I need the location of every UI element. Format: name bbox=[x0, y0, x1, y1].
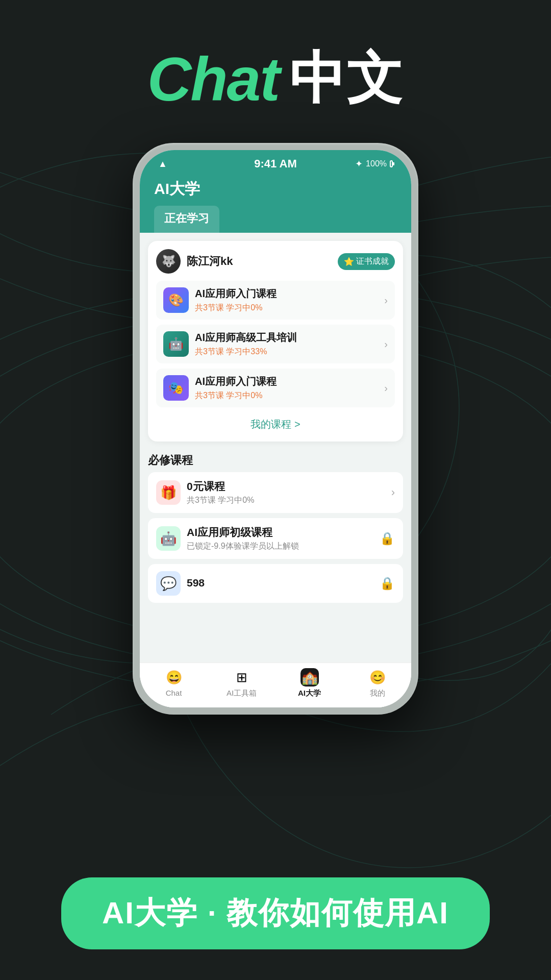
wifi-icon: ▲ bbox=[158, 159, 167, 169]
phone-screen: ▲ 9:41 AM ✦ 100% AI大学 正在学习 bbox=[140, 150, 411, 707]
req-course-3[interactable]: 💬 598 🔒 bbox=[148, 564, 403, 603]
req-info-3: 598 bbox=[187, 577, 373, 591]
chevron-right-icon-req-1: › bbox=[391, 486, 395, 499]
learning-card: 🐺 陈江河kk ⭐ 证书成就 🎨 AI应用师入门课程 共3节课 学习中0% bbox=[148, 241, 403, 442]
battery-text: 100% bbox=[366, 159, 387, 168]
course-item-2[interactable]: 🤖 AI应用师高级工具培训 共3节课 学习中33% › bbox=[156, 325, 395, 363]
status-bar: ▲ 9:41 AM ✦ 100% bbox=[140, 150, 411, 175]
req-icon-1: 🎁 bbox=[156, 480, 181, 505]
tab-strip: 正在学习 bbox=[154, 206, 397, 233]
my-courses-row: 我的课程 > bbox=[156, 412, 395, 433]
course-info-1: AI应用师入门课程 共3节课 学习中0% bbox=[195, 287, 378, 313]
nav-icon-chat: 😄 bbox=[165, 668, 183, 687]
app-header: AI大学 正在学习 bbox=[140, 175, 411, 233]
bluetooth-icon: ✦ bbox=[355, 158, 363, 169]
chevron-right-icon-2: › bbox=[384, 338, 388, 350]
phone-outer: ▲ 9:41 AM ✦ 100% AI大学 正在学习 bbox=[133, 143, 418, 715]
lock-icon-1: 🔒 bbox=[380, 531, 395, 546]
course-item-1[interactable]: 🎨 AI应用师入门课程 共3节课 学习中0% › bbox=[156, 281, 395, 320]
nav-icon-university: 🏫 bbox=[300, 668, 319, 687]
app-title: AI大学 bbox=[154, 179, 397, 206]
nav-label-profile: 我的 bbox=[370, 689, 385, 698]
nav-icon-profile: 😊 bbox=[368, 668, 387, 687]
nav-icon-tools: ⊞ bbox=[233, 668, 251, 687]
req-title-3: 598 bbox=[187, 577, 373, 589]
req-icon-2: 🤖 bbox=[156, 526, 181, 551]
bottom-cta-text: AI大学 · 教你如何使用AI bbox=[102, 896, 449, 930]
nav-label-tools: AI工具箱 bbox=[227, 689, 257, 698]
cert-badge[interactable]: ⭐ 证书成就 bbox=[338, 253, 395, 270]
required-section-title: 必修课程 bbox=[140, 448, 411, 472]
nav-label-university: AI大学 bbox=[298, 689, 321, 698]
tab-learning[interactable]: 正在学习 bbox=[154, 206, 219, 233]
nav-item-tools[interactable]: ⊞ AI工具箱 bbox=[208, 668, 276, 698]
header-chat-label: Chat bbox=[147, 44, 280, 114]
bottom-cta[interactable]: AI大学 · 教你如何使用AI bbox=[61, 877, 490, 949]
course-info-2: AI应用师高级工具培训 共3节课 学习中33% bbox=[195, 331, 378, 357]
req-title-2: AI应用师初级课程 bbox=[187, 525, 373, 540]
my-courses-link[interactable]: 我的课程 > bbox=[251, 419, 300, 430]
req-course-1[interactable]: 🎁 0元课程 共3节课 学习中0% › bbox=[148, 472, 403, 513]
battery-icon bbox=[390, 160, 393, 167]
req-meta-1: 共3节课 学习中0% bbox=[187, 495, 385, 506]
course-item-3[interactable]: 🎭 AI应用师入门课程 共3节课 学习中0% › bbox=[156, 369, 395, 407]
app-body: 🐺 陈江河kk ⭐ 证书成就 🎨 AI应用师入门课程 共3节课 学习中0% bbox=[140, 233, 411, 707]
course-thumb-3: 🎭 bbox=[163, 375, 189, 401]
status-time: 9:41 AM bbox=[189, 157, 362, 170]
req-title-1: 0元课程 bbox=[187, 479, 385, 494]
nav-item-chat[interactable]: 😄 Chat bbox=[140, 668, 208, 698]
nav-item-university[interactable]: 🏫 AI大学 bbox=[276, 668, 343, 698]
course-meta-2: 共3节课 学习中33% bbox=[195, 347, 378, 357]
course-thumb-2: 🤖 bbox=[163, 331, 189, 357]
page-header: Chat 中文 bbox=[0, 41, 551, 117]
star-icon: ⭐ bbox=[344, 257, 354, 266]
user-row: 🐺 陈江河kk ⭐ 证书成就 bbox=[156, 249, 395, 274]
bottom-nav: 😄 Chat ⊞ AI工具箱 🏫 AI大学 😊 我的 bbox=[140, 663, 411, 707]
req-icon-3: 💬 bbox=[156, 571, 181, 596]
req-course-2[interactable]: 🤖 AI应用师初级课程 已锁定-9.9体验课学员以上解锁 🔒 bbox=[148, 518, 403, 559]
course-title-3: AI应用师入门课程 bbox=[195, 375, 378, 388]
course-title-2: AI应用师高级工具培训 bbox=[195, 331, 378, 345]
course-meta-3: 共3节课 学习中0% bbox=[195, 390, 378, 401]
course-thumb-1: 🎨 bbox=[163, 287, 189, 313]
req-meta-2: 已锁定-9.9体验课学员以上解锁 bbox=[187, 541, 373, 552]
header-chinese-label: 中文 bbox=[289, 41, 404, 117]
course-meta-1: 共3节课 学习中0% bbox=[195, 303, 378, 313]
phone-mockup: ▲ 9:41 AM ✦ 100% AI大学 正在学习 bbox=[133, 143, 418, 715]
chevron-right-icon-3: › bbox=[384, 382, 388, 394]
course-info-3: AI应用师入门课程 共3节课 学习中0% bbox=[195, 375, 378, 401]
chevron-right-icon-1: › bbox=[384, 295, 388, 306]
user-name: 陈江河kk bbox=[187, 254, 338, 269]
lock-icon-2: 🔒 bbox=[380, 576, 395, 591]
status-right: ✦ 100% bbox=[362, 158, 393, 169]
status-left: ▲ bbox=[158, 159, 189, 169]
req-info-2: AI应用师初级课程 已锁定-9.9体验课学员以上解锁 bbox=[187, 525, 373, 552]
nav-label-chat: Chat bbox=[166, 689, 182, 697]
user-avatar: 🐺 bbox=[156, 249, 181, 274]
course-title-1: AI应用师入门课程 bbox=[195, 287, 378, 301]
req-info-1: 0元课程 共3节课 学习中0% bbox=[187, 479, 385, 506]
nav-item-profile[interactable]: 😊 我的 bbox=[343, 668, 411, 698]
